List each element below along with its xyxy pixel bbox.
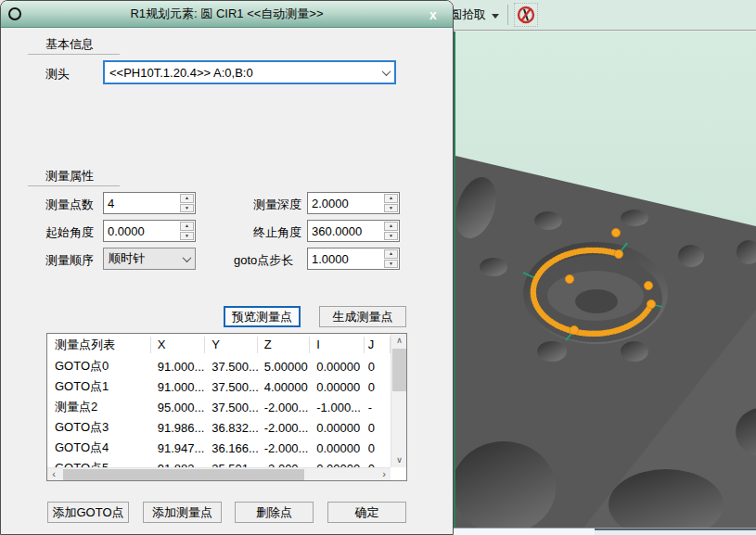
depth-input[interactable]: [308, 193, 383, 213]
column-header[interactable]: 测量点列表: [47, 337, 151, 353]
table-cell: GOTO点0: [47, 358, 151, 375]
column-header[interactable]: Y: [205, 337, 258, 353]
order-value: 顺时针: [104, 250, 178, 267]
table-row[interactable]: GOTO点391.986...36.832...-2.000...0.00000…: [47, 417, 391, 438]
dialog-titlebar[interactable]: R1规划元素: 圆 CIR1 <<自动测量>> x: [1, 1, 453, 28]
close-icon[interactable]: x: [424, 6, 442, 24]
add-measure-button[interactable]: 添加测量点: [143, 502, 222, 523]
table-cell: 36.832...: [205, 421, 258, 435]
section-measure-props: 测量属性: [45, 168, 94, 185]
horizontal-scroll-thumb[interactable]: [63, 469, 304, 480]
status-bar-segment: [595, 529, 756, 535]
hole: [621, 341, 648, 362]
vertical-scroll-thumb[interactable]: [392, 349, 406, 391]
chevron-down-icon[interactable]: [378, 70, 394, 76]
order-select[interactable]: 顺时针: [103, 248, 196, 270]
table-row[interactable]: GOTO点091.000...37.500...5.000000.000000: [47, 356, 391, 376]
3d-scene: [455, 32, 756, 528]
circle-pick-label: 圆拾取: [450, 6, 486, 23]
add-goto-button[interactable]: 添加GOTO点: [47, 502, 129, 523]
chevron-down-icon[interactable]: [178, 256, 195, 262]
points-input[interactable]: [104, 193, 179, 213]
table-row[interactable]: GOTO点491.947...36.166...-2.000...0.00000…: [47, 438, 391, 458]
depth-stepper: ▲▼: [307, 192, 400, 214]
table-cell: 91.000...: [151, 360, 205, 374]
toolbar-separator: [507, 5, 508, 25]
table-cell: GOTO点4: [47, 439, 151, 456]
table-cell: 91.947...: [151, 441, 205, 455]
table-cell: 95.000...: [151, 401, 205, 414]
table-row[interactable]: GOTO点191.000...37.500...4.000000.000000: [47, 376, 391, 397]
scroll-left-icon[interactable]: ‹: [47, 468, 60, 481]
start-angle-label: 起始角度: [45, 224, 94, 241]
table-cell: 91.986...: [151, 421, 205, 435]
column-header[interactable]: I: [310, 337, 364, 353]
plan-element-dialog: R1规划元素: 圆 CIR1 <<自动测量>> x 基本信息 测头 <<PH10…: [0, 0, 454, 535]
application-window: 圆拾取: [0, 0, 756, 535]
spin-down-icon[interactable]: ▼: [384, 260, 398, 269]
generate-points-button[interactable]: 生成测量点: [319, 306, 406, 327]
delete-point-button[interactable]: 删除点: [235, 502, 314, 523]
hole: [534, 211, 562, 230]
stop-pick-button[interactable]: [514, 3, 538, 27]
table-cell: 测量点2: [47, 399, 151, 415]
spin-up-icon[interactable]: ▲: [384, 194, 398, 203]
table-cell: GOTO点5: [47, 460, 151, 467]
spin-up-icon[interactable]: ▲: [180, 194, 194, 203]
end-angle-input[interactable]: [308, 221, 383, 241]
circle-pick-button[interactable]: 圆拾取: [450, 6, 499, 23]
table-row[interactable]: 测量点295.000...37.500...-2.000...-1.000...…: [47, 397, 391, 417]
spin-down-icon[interactable]: ▼: [384, 232, 398, 241]
point-table-header: 测量点列表XYZIJ: [47, 334, 391, 356]
table-row[interactable]: GOTO点591.883...35.501...-2.000...0.00000…: [47, 458, 391, 467]
chevron-down-icon: [492, 14, 499, 19]
circle-element-icon: [8, 7, 21, 20]
spin-down-icon[interactable]: ▼: [180, 232, 194, 241]
scroll-up-icon[interactable]: ∧: [391, 334, 407, 348]
probe-label: 测头: [45, 66, 70, 83]
table-cell: -2.000...: [258, 441, 311, 455]
spin-down-icon[interactable]: ▼: [384, 204, 398, 213]
probe-select[interactable]: <<PH10T.1.20.4>> A:0,B:0: [103, 60, 396, 84]
column-header[interactable]: J: [365, 337, 391, 353]
section-divider: [28, 185, 120, 186]
section-divider: [28, 54, 120, 55]
table-cell: 36.166...: [205, 441, 258, 455]
status-bar: [454, 528, 756, 535]
scroll-down-icon[interactable]: ∨: [391, 453, 407, 467]
table-cell: 37.500...: [205, 380, 258, 394]
table-cell: 91.000...: [151, 380, 205, 394]
preview-points-button[interactable]: 预览测量点: [224, 306, 301, 327]
section-basic-info: 基本信息: [45, 36, 94, 53]
point-table-body: GOTO点091.000...37.500...5.000000.000000G…: [47, 356, 391, 467]
table-cell: 0.00000: [310, 360, 364, 374]
goto-step-input[interactable]: [308, 248, 383, 269]
table-cell: 0: [365, 380, 391, 394]
counterbore-feature: [523, 242, 668, 344]
end-angle-stepper: ▲▼: [307, 220, 400, 242]
vertical-scrollbar[interactable]: ∧ ∨: [391, 334, 406, 467]
probe-value: <<PH10T.1.20.4>> A:0,B:0: [105, 66, 378, 80]
spin-up-icon[interactable]: ▲: [384, 249, 398, 259]
table-cell: -2.000...: [258, 421, 311, 435]
table-cell: 0: [365, 441, 391, 455]
3d-viewport[interactable]: [454, 32, 756, 528]
goto-step-label: goto点步长: [234, 252, 293, 269]
point-table-scroll-area: 测量点列表XYZIJ GOTO点091.000...37.500...5.000…: [47, 334, 391, 467]
spin-up-icon[interactable]: ▲: [384, 222, 398, 231]
table-cell: -1.000...: [310, 401, 364, 414]
table-cell: -: [365, 401, 391, 414]
horizontal-scrollbar[interactable]: ‹ ›: [47, 467, 391, 480]
spin-up-icon[interactable]: ▲: [180, 222, 194, 231]
hole: [621, 210, 648, 226]
scroll-right-icon[interactable]: ›: [378, 468, 391, 481]
table-cell: GOTO点3: [47, 419, 151, 436]
table-cell: 5.00000: [258, 360, 311, 374]
column-header[interactable]: X: [151, 337, 205, 353]
column-header[interactable]: Z: [258, 337, 311, 353]
spin-down-icon[interactable]: ▼: [180, 204, 194, 213]
depth-label: 测量深度: [253, 197, 301, 213]
ok-button[interactable]: 确定: [327, 502, 406, 523]
start-angle-input[interactable]: [104, 221, 179, 241]
hole: [537, 341, 567, 362]
